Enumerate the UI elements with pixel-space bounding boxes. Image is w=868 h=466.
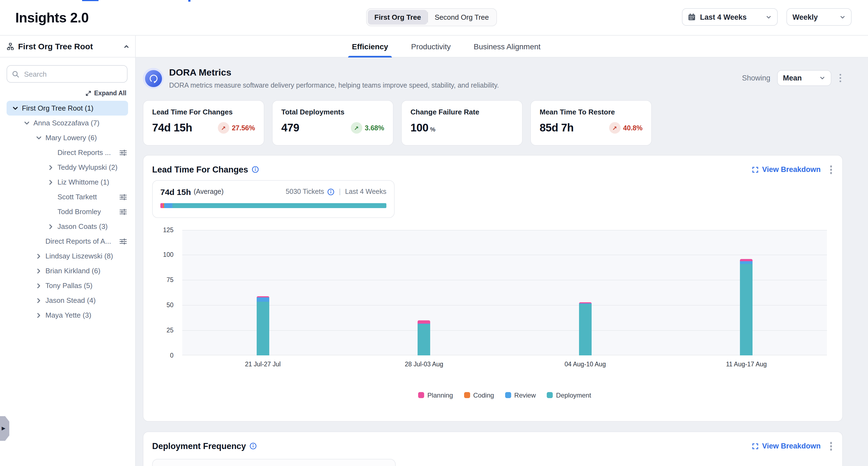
tree-item-todd-bromley[interactable]: Todd Bromley <box>6 204 128 219</box>
info-icon[interactable] <box>250 443 257 450</box>
tab-business-alignment[interactable]: Business Alignment <box>474 36 540 57</box>
chevron-right-icon[interactable] <box>36 267 42 274</box>
summary-bar-segment-review <box>164 203 173 208</box>
legend-swatch <box>505 392 511 398</box>
lead-time-header: Lead Time For Changes View Breakdown <box>152 164 834 175</box>
tree-item-label: Maya Yette (3) <box>45 311 91 319</box>
bar-segment-planning <box>740 259 753 261</box>
tree-item-liz-whittome-1[interactable]: Liz Whittome (1) <box>6 175 128 190</box>
chevron-down-icon[interactable] <box>12 105 19 111</box>
dora-subtitle: DORA metrics measure software delivery p… <box>169 82 499 89</box>
search-input[interactable] <box>23 69 122 79</box>
legend-item-deployment: Deployment <box>547 391 591 399</box>
metric-card-change-failure-rate: Change Failure Rate100% <box>401 100 523 146</box>
date-range-select[interactable]: Last 4 Weeks <box>682 8 778 26</box>
gridline <box>182 280 827 280</box>
filter-icon[interactable] <box>119 208 127 215</box>
toggle-first-org-tree[interactable]: First Org Tree <box>368 10 428 25</box>
chevron-right-icon[interactable] <box>48 223 54 230</box>
chart-y-axis: 0255075100125 <box>152 230 178 355</box>
view-breakdown-button[interactable]: View Breakdown <box>752 442 821 450</box>
x-axis-tick: 11 Aug-17 Aug <box>708 360 785 367</box>
tree-item-label: Teddy Wylupski (2) <box>58 163 117 171</box>
chevron-down-icon <box>766 14 772 20</box>
main-row: Expand All First Org Tree Root (1)Anna S… <box>0 58 868 466</box>
dora-icon-halo <box>143 68 164 89</box>
summary-range: Last 4 Weeks <box>345 188 386 196</box>
chevron-right-icon[interactable] <box>36 297 42 303</box>
tree-item-maya-yette-3[interactable]: Maya Yette (3) <box>6 308 128 323</box>
panel-expand-handle[interactable]: ▶ <box>0 416 9 441</box>
collapse-panel-chevron-up-icon[interactable] <box>123 43 130 50</box>
y-axis-tick: 125 <box>152 226 174 234</box>
deployment-kebab-menu-icon[interactable] <box>828 440 834 452</box>
separator: | <box>339 188 341 196</box>
tree-item-direct-reports-of-a[interactable]: Direct Reports of A... <box>6 234 128 249</box>
view-breakdown-button[interactable]: View Breakdown <box>752 166 821 174</box>
lead-time-kebab-menu-icon[interactable] <box>828 164 834 175</box>
metric-card-title: Mean Time To Restore <box>539 108 643 116</box>
bar-segment-planning <box>418 321 430 324</box>
info-icon[interactable] <box>252 166 259 173</box>
chevron-down-icon[interactable] <box>24 120 30 126</box>
filter-icon[interactable] <box>119 193 127 201</box>
tree-item-label: Tony Pallas (5) <box>45 282 92 290</box>
chevron-right-icon[interactable] <box>36 282 42 289</box>
bar-segment-review <box>740 261 753 264</box>
trend-delta: 3.68% <box>365 124 384 132</box>
tree-item-mary-lowery-6[interactable]: Mary Lowery (6) <box>6 130 128 145</box>
bar-segment-deployment <box>579 304 592 355</box>
metric-card-title: Change Failure Rate <box>410 108 514 116</box>
toggle-second-org-tree[interactable]: Second Org Tree <box>428 10 496 25</box>
stacked-bar-11-aug-17-aug <box>740 259 753 355</box>
filter-icon[interactable] <box>119 237 127 245</box>
expand-all-label: Expand All <box>94 90 126 96</box>
bar-segment-deployment <box>418 324 430 355</box>
tree-item-label: Anna Scozzafava (7) <box>33 119 99 127</box>
deployment-frequency-title: Deployment Frequency <box>152 441 246 451</box>
legend-label: Deployment <box>556 391 591 399</box>
tree-item-first-org-tree-root-1[interactable]: First Org Tree Root (1) <box>6 101 128 116</box>
filter-icon[interactable] <box>119 149 127 156</box>
main-content: DORA Metrics DORA metrics measure softwa… <box>136 58 868 466</box>
y-axis-tick: 25 <box>152 326 174 334</box>
summary-tickets: 5030 Tickets <box>286 188 324 196</box>
chevron-down-icon[interactable] <box>36 135 42 141</box>
chart-plot-area <box>182 230 827 355</box>
granularity-select[interactable]: Weekly <box>786 8 851 26</box>
tree-item-lindsay-liszewski-8[interactable]: Lindsay Liszewski (8) <box>6 249 128 263</box>
trend-badge: ↗40.8% <box>609 122 643 134</box>
chart-x-axis: 21 Jul-27 Jul28 Jul-03 Aug04 Aug-10 Aug1… <box>182 360 827 369</box>
trend-badge: ↗27.56% <box>218 122 255 134</box>
chevron-right-icon[interactable] <box>48 164 54 171</box>
tree-item-tony-pallas-5[interactable]: Tony Pallas (5) <box>6 278 128 293</box>
tree-item-label: Jason Stead (4) <box>45 296 96 304</box>
showing-select[interactable]: Mean <box>777 70 831 86</box>
tree-item-jason-stead-4[interactable]: Jason Stead (4) <box>6 293 128 308</box>
metric-cards-row: Lead Time For Changes74d 15h↗27.56%Total… <box>143 100 843 146</box>
tab-efficiency[interactable]: Efficiency <box>352 36 388 57</box>
sidebar-search[interactable] <box>6 65 127 83</box>
tree-item-brian-kirkland-6[interactable]: Brian Kirkland (6) <box>6 263 128 278</box>
tickets-info-icon[interactable] <box>327 188 334 195</box>
chevron-right-icon[interactable] <box>48 179 54 185</box>
expand-breakdown-icon <box>752 443 759 449</box>
bar-segment-review <box>257 297 269 302</box>
tree-item-direct-reports[interactable]: Direct Reports ... <box>6 145 128 160</box>
granularity-value: Weekly <box>793 13 818 21</box>
x-axis-tick: 04 Aug-10 Aug <box>547 360 624 367</box>
dora-kebab-menu-icon[interactable] <box>838 72 843 84</box>
expand-all-button[interactable]: Expand All <box>0 90 126 96</box>
chevron-right-icon[interactable] <box>36 312 42 318</box>
tree-item-jason-coats-3[interactable]: Jason Coats (3) <box>6 219 128 234</box>
trend-up-arrow-icon: ↗ <box>612 124 617 131</box>
tab-productivity[interactable]: Productivity <box>411 36 451 57</box>
tree-item-label: Brian Kirkland (6) <box>45 267 100 275</box>
tree-item-anna-scozzafava-7[interactable]: Anna Scozzafava (7) <box>6 116 128 130</box>
tree-item-scott-tarkett[interactable]: Scott Tarkett <box>6 190 128 204</box>
tree-item-teddy-wylupski-2[interactable]: Teddy Wylupski (2) <box>6 160 128 175</box>
calendar-icon <box>688 13 695 21</box>
y-axis-tick: 0 <box>152 351 174 359</box>
chevron-right-icon[interactable] <box>36 253 42 259</box>
expand-right-triangle-icon: ▶ <box>2 426 5 431</box>
